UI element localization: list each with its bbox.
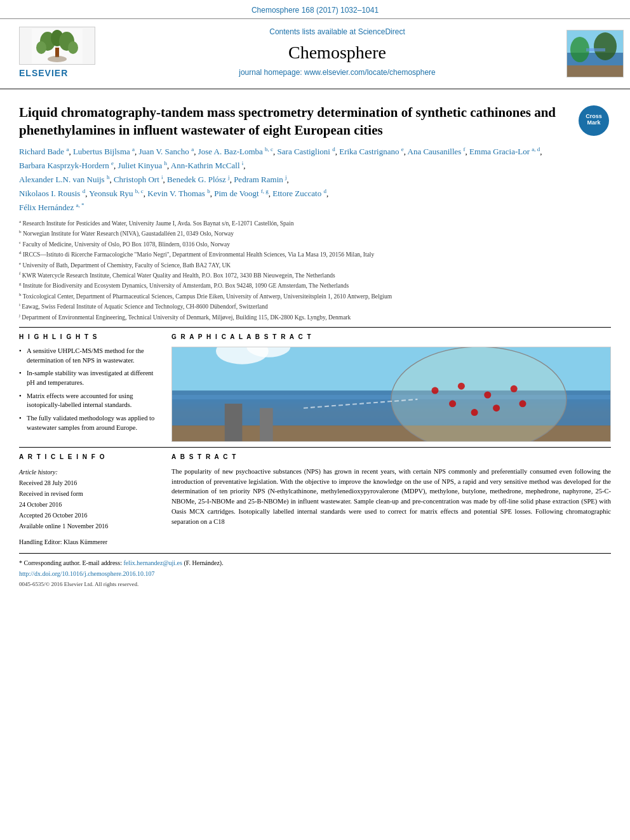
highlights-list: A sensitive UHPLC-MS/MS method for the d… (19, 347, 159, 433)
author-barbara: Barbara Kasprzyk-Hordern e, (19, 161, 118, 170)
svg-point-26 (431, 387, 438, 394)
affiliation-e: e University of Bath, Department of Chem… (19, 260, 611, 270)
highlights-column: H I G H L I G H T S A sensitive UHPLC-MS… (19, 333, 159, 442)
author-ann: Ann-Kathrin McCall i, (171, 161, 246, 170)
graphical-abstract-heading: G R A P H I C A L A B S T R A C T (171, 333, 611, 342)
abstract-column: A B S T R A C T The popularity of new ps… (171, 453, 611, 547)
svg-point-5 (36, 41, 46, 54)
journal-name: Chemosphere (288, 40, 386, 65)
journal-header: ELSEVIER Contents lists available at Sci… (0, 18, 630, 90)
highlight-4: The fully validated methodology was appl… (19, 414, 159, 432)
author-yeonsuk: Yeonsuk Ryu b, c, (89, 189, 147, 198)
author-jose: Jose A. Baz-Lomba b, c, (198, 147, 278, 156)
svg-point-28 (484, 391, 491, 398)
svg-point-27 (458, 383, 465, 390)
affiliation-a: a Research Institute for Pesticides and … (19, 218, 611, 228)
internal-label: internal (83, 401, 103, 408)
homepage-line: journal homepage: www.elsevier.com/locat… (239, 67, 436, 78)
available-date: Available online 1 November 2016 (19, 521, 159, 531)
svg-rect-13 (586, 48, 605, 51)
author-benedek: Benedek G. Plósz j, (167, 175, 234, 184)
author-richard-bade: Richard Bade a, (19, 147, 73, 156)
homepage-url[interactable]: www.elsevier.com/locate/chemosphere (304, 68, 436, 77)
article-history: Article history: Received 28 July 2016 R… (19, 467, 159, 531)
graphical-abstract-image (171, 347, 611, 442)
section-divider-2 (19, 447, 611, 448)
highlight-2: In-sample stability was investigated at … (19, 369, 159, 387)
doi-link[interactable]: http://dx.doi.org/10.1016/j.chemosphere.… (19, 570, 154, 577)
handling-editor: Handling Editor: Klaus Kümmerer (19, 538, 159, 547)
history-label: Article history: (19, 467, 159, 477)
svg-rect-4 (55, 48, 59, 57)
copyright-notice: 0045-6535/© 2016 Elsevier Ltd. All right… (19, 580, 611, 589)
svg-point-12 (594, 32, 617, 60)
affiliation-g: g Institute for Biodiversity and Ecosyst… (19, 281, 611, 290)
highlights-heading: H I G H L I G H T S (19, 333, 159, 342)
authors-list: Richard Bade a, Lubertus Bijlsma a, Juan… (19, 144, 611, 215)
publisher-logo-area: ELSEVIER (0, 24, 114, 83)
crossmark-icon: Cross Mark (579, 105, 609, 136)
sciencedirect-line: Contents lists available at ScienceDirec… (269, 27, 405, 37)
author-ettore: Ettore Zuccato d, (272, 189, 328, 198)
section-divider-1 (19, 327, 611, 328)
abstract-heading: A B S T R A C T (171, 453, 611, 462)
author-christoph: Christoph Ort i, (114, 175, 167, 184)
received-date: Received 28 July 2016 (19, 477, 159, 488)
article-info-heading: A R T I C L E I N F O (19, 453, 159, 462)
corresponding-author-note: * Corresponding author. E-mail address: … (19, 553, 611, 568)
author-erika: Erika Castrignano e, (339, 147, 407, 156)
highlight-1: A sensitive UHPLC-MS/MS method for the d… (19, 347, 159, 365)
svg-text:Mark: Mark (587, 119, 601, 126)
received-revised-date: 24 October 2016 (19, 499, 159, 510)
graphical-abstract-column: G R A P H I C A L A B S T R A C T (171, 333, 611, 442)
svg-text:Cross: Cross (586, 113, 602, 119)
author-ana: Ana Causanilles f, (408, 147, 470, 156)
highlights-graphical-section: H I G H L I G H T S A sensitive UHPLC-MS… (19, 333, 611, 442)
handling-editor-text: Handling Editor: Klaus Kümmerer (19, 538, 107, 545)
author-juliet: Juliet Kinyua h, (118, 161, 171, 170)
svg-point-25 (391, 347, 566, 442)
abstract-content: The popularity of new psychoactive subst… (171, 468, 611, 525)
author-nikolaos: Nikolaos I. Rousis d, (19, 189, 89, 198)
author-emma: Emma Gracia-Lor a, d, (469, 147, 542, 156)
affiliation-f: f KWR Watercycle Research Institute, Che… (19, 270, 611, 280)
author-sara: Sara Castiglioni d, (278, 147, 340, 156)
highlight-3: Matrix effects were accounted for using … (19, 392, 159, 410)
affiliation-i: i Eawag, Swiss Federal Institute of Aqua… (19, 302, 611, 311)
email-person: (F. Hernández). (184, 559, 223, 566)
svg-point-33 (471, 409, 478, 416)
author-pim: Pim de Voogt f, g, (214, 189, 272, 198)
article-info-abstract-section: A R T I C L E I N F O Article history: R… (19, 453, 611, 547)
svg-point-31 (449, 400, 456, 407)
article-content: Liquid chromatography-tandem mass spectr… (0, 90, 630, 595)
received-revised-label: Received in revised form (19, 488, 159, 499)
affiliations-section: a Research Institute for Pesticides and … (19, 218, 611, 322)
elsevier-tree-image (19, 27, 95, 65)
crossmark-badge[interactable]: Cross Mark (576, 103, 611, 138)
author-alexander: Alexander L.N. van Nuijs h, (19, 175, 114, 184)
journal-info-center: Contents lists available at ScienceDirec… (114, 24, 560, 83)
sciencedirect-link-text[interactable]: ScienceDirect (358, 27, 405, 36)
doi-line: http://dx.doi.org/10.1016/j.chemosphere.… (19, 568, 611, 579)
author-pedram: Pedram Ramin j, (234, 175, 289, 184)
email-link[interactable]: felix.hernandez@uji.es (123, 559, 182, 566)
svg-point-29 (511, 385, 518, 392)
journal-citation-bar: Chemosphere 168 (2017) 1032–1041 (0, 0, 630, 18)
svg-point-7 (48, 56, 67, 62)
contents-text: Contents lists available at (269, 27, 356, 36)
article-info-left: A R T I C L E I N F O Article history: R… (19, 453, 159, 547)
author-juan: Juan V. Sancho a, (139, 147, 198, 156)
affiliation-b: b Norwegian Institute for Water Research… (19, 229, 611, 238)
corresponding-star: * Corresponding author. (19, 559, 81, 566)
svg-point-6 (68, 41, 78, 54)
page: Chemosphere 168 (2017) 1032–1041 (0, 0, 630, 840)
article-title: Liquid chromatography-tandem mass spectr… (19, 103, 611, 140)
email-label: E-mail address: (82, 559, 121, 566)
journal-cover-area: Chemosphere (560, 24, 630, 83)
svg-rect-24 (260, 408, 273, 442)
abstract-text: The popularity of new psychoactive subst… (171, 467, 611, 527)
affiliation-c: c Faculty of Medicine, University of Osl… (19, 239, 611, 249)
svg-rect-23 (225, 404, 243, 442)
svg-point-30 (493, 404, 500, 411)
journal-cover-image: Chemosphere (566, 30, 624, 77)
